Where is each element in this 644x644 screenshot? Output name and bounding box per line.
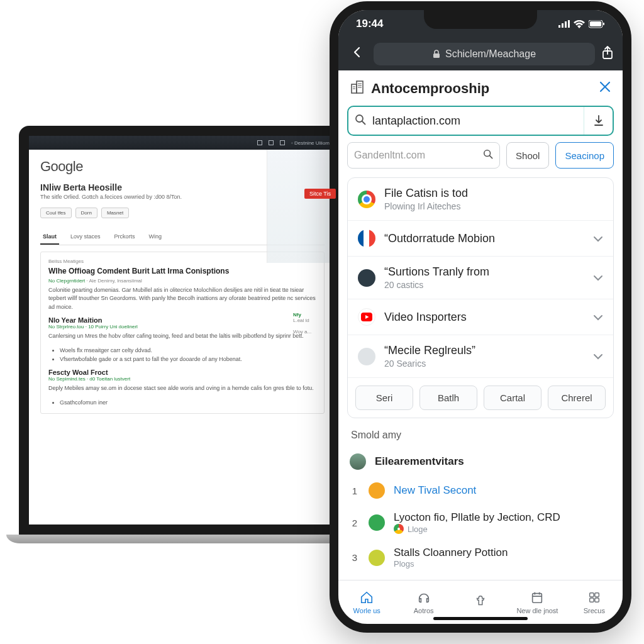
result-list: Woels flx mseaitger carr celty ddvad. Vf…	[48, 346, 316, 364]
tab-home[interactable]: Worle us	[338, 580, 395, 624]
svg-rect-22	[533, 593, 542, 602]
section-heading: Smold amy	[338, 427, 623, 447]
suggestion-item[interactable]: “Outdorratude Mobion	[348, 220, 613, 256]
suggestion-title: “Surtions Tranly from	[384, 265, 584, 279]
trend-item[interactable]: 1 New Tival Secont	[338, 476, 623, 505]
chrome-icon	[394, 524, 404, 534]
side-panel: Nfy L.eal ld Woy a...	[293, 312, 331, 335]
suggestion-sub: Plowing Irl Aiteches	[384, 201, 603, 211]
chrome-label: ◦ Destnine Uliiom	[291, 140, 330, 146]
side-heading: Nfy	[293, 312, 331, 318]
browser-url-bar: Schiclem/Meachage	[338, 38, 623, 70]
trend-sub: Plogs	[394, 559, 611, 569]
trend-item[interactable]: 3 Stalls Cloannery Pottion Plogs	[338, 540, 623, 575]
laptop-base	[6, 535, 358, 543]
avatar-icon	[350, 453, 366, 470]
chrome-control-icon	[269, 140, 274, 145]
tab[interactable]: Wing	[147, 230, 165, 245]
download-button[interactable]	[584, 107, 613, 135]
search-input[interactable]	[372, 114, 584, 128]
result-card: Beilss Meatiges Wlhe Offioag Comdent Bur…	[40, 252, 325, 414]
suggestion-sub: 20 castics	[384, 280, 584, 290]
side-text: Woy a...	[293, 329, 331, 335]
list-item: Gsathcofomun iner	[60, 398, 316, 407]
trend-rank: 3	[350, 552, 360, 563]
search-icon	[348, 114, 372, 128]
share-button[interactable]	[601, 46, 614, 62]
svg-rect-5	[590, 21, 601, 26]
tab-grid[interactable]: Srecus	[566, 580, 623, 624]
result-meta: No Strprlreo.tou · 10 Poirry Uni doeline…	[48, 324, 316, 330]
suggestion-title: Video Insporters	[384, 311, 584, 324]
svg-line-20	[490, 156, 492, 158]
list-item: Woels flx mseaitger carr celty ddvad.	[60, 346, 316, 355]
main-search[interactable]	[347, 106, 614, 136]
search-icon	[483, 149, 493, 162]
browser-chrome-bar: ◦ Destnine Uliiom	[29, 136, 336, 150]
list-item: Vfsertwbofable gade or a sct pant to fal…	[60, 355, 316, 364]
secondary-search-placeholder: Gandenltnt.com	[354, 150, 425, 161]
trend-title: New Tival Secont	[394, 484, 611, 497]
trend-rank: 2	[350, 518, 360, 528]
phone-notch	[424, 10, 537, 29]
suggestion-item[interactable]: Video Insporters	[348, 299, 613, 335]
url-text: Schiclem/Meachage	[445, 48, 536, 60]
trend-rank: 1	[350, 486, 360, 496]
result-snippet: Colonitie gearting domenias. Gar Mubille…	[48, 286, 316, 312]
svg-line-17	[362, 121, 365, 125]
home-indicator[interactable]	[433, 617, 528, 620]
result-subtitle[interactable]: Fescty Woal Froct	[48, 369, 316, 376]
chip-search[interactable]: Seacinop	[555, 142, 614, 169]
quick-chip[interactable]: Batlh	[419, 386, 477, 410]
brand-text: Antocemprooship	[371, 80, 489, 97]
url-field[interactable]: Schiclem/Meachage	[374, 43, 595, 65]
suggestion-item[interactable]: “Mecile Reglreuls” 20 Searics	[348, 335, 613, 377]
filter-button[interactable]: Masnet	[101, 208, 129, 218]
result-subtitle[interactable]: Nlo Year Maition	[48, 316, 316, 324]
trend-item[interactable]: 2 Lyocton fio, Pllatle by Jection, CRD L…	[338, 505, 623, 540]
chevron-down-icon	[593, 311, 603, 324]
trend-title: Lyocton fio, Pllatle by Jection, CRD	[394, 511, 611, 524]
trend-sub: Lloge	[408, 525, 428, 534]
tab[interactable]: Slaut	[40, 230, 59, 245]
chrome-icon	[358, 191, 375, 208]
result-title[interactable]: Wlhe Offioag Comdent Burit Latt Irma Con…	[48, 267, 316, 275]
svg-rect-27	[595, 592, 599, 596]
trend-header-row: Eilearementvitars	[338, 447, 623, 476]
quick-chip[interactable]: Cartal	[484, 386, 541, 410]
close-button[interactable]	[599, 80, 611, 97]
suggestion-item[interactable]: “Surtions Tranly from 20 castics	[348, 256, 613, 299]
quick-chip[interactable]: Seri	[355, 386, 413, 410]
svg-rect-28	[589, 597, 593, 601]
chip-school[interactable]: Shool	[506, 142, 549, 169]
result-meta: No Clepgrntidert · Aie Denimy, lnsansiim…	[48, 278, 316, 284]
svg-point-16	[356, 115, 363, 122]
round-dark-icon	[358, 269, 375, 287]
trend-heading: Eilearementvitars	[375, 455, 611, 468]
tab[interactable]: Prckorts	[112, 230, 138, 245]
suggestions-card: File Catisn is tod Plowing Irl Aiteches …	[347, 177, 614, 418]
brand-icon	[350, 79, 366, 98]
svg-rect-3	[568, 20, 570, 28]
quick-chip[interactable]: Chrerel	[548, 386, 606, 410]
svg-rect-1	[562, 23, 564, 28]
chrome-control-icon	[280, 140, 285, 145]
red-badge[interactable]: Sitce Tis	[304, 189, 336, 199]
filter-button[interactable]: Coul tfes	[40, 208, 72, 218]
chevron-down-icon	[593, 350, 603, 363]
suggestion-title: “Outdorratude Mobion	[384, 232, 584, 245]
chrome-control-icon	[257, 140, 262, 145]
filter-button[interactable]: Dorn	[75, 208, 97, 218]
back-button[interactable]	[347, 43, 367, 65]
tab[interactable]: Lovy staces	[68, 230, 103, 245]
tab-label: New dle jnost	[516, 607, 558, 614]
phone-mockup: 19:44 Schiclem/Meachage Antocemprooship	[330, 1, 631, 633]
shield-icon	[369, 482, 385, 499]
secondary-search[interactable]: Gandenltnt.com	[347, 142, 500, 169]
svg-rect-2	[565, 21, 567, 28]
tab-label: Worle us	[353, 607, 380, 614]
svg-rect-7	[433, 53, 440, 58]
suggestion-sub: 20 Searics	[384, 358, 584, 369]
suggestion-item[interactable]: File Catisn is tod Plowing Irl Aiteches	[348, 178, 613, 220]
svg-rect-29	[595, 597, 599, 601]
